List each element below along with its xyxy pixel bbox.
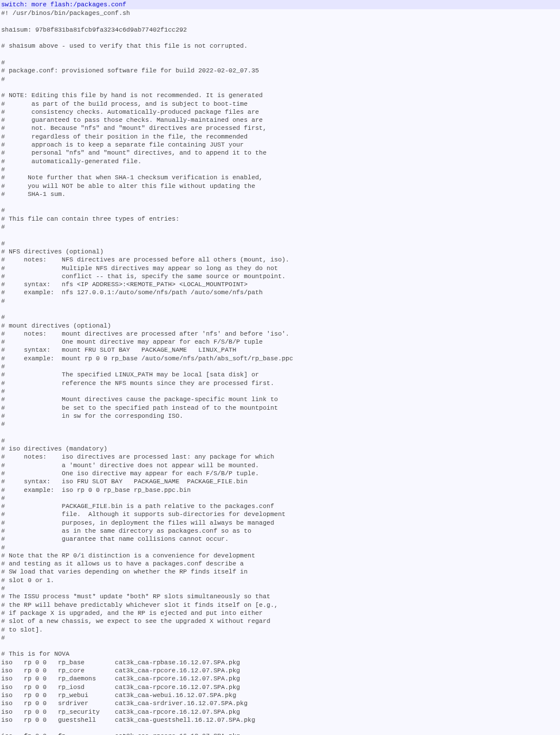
terminal-output: #! /usr/binos/bin/packages_conf.sh sha1s…	[0, 9, 560, 735]
command-prompt[interactable]: switch: more flash:/packages.conf	[0, 0, 560, 9]
